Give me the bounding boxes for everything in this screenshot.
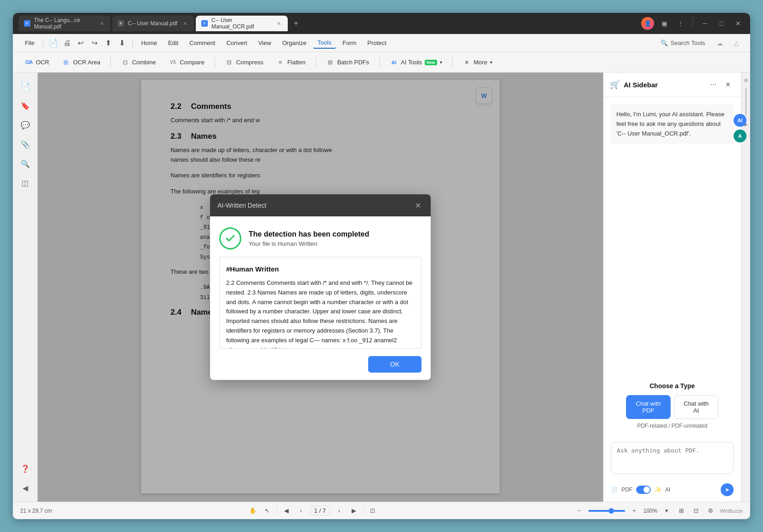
ai-badge: New bbox=[425, 60, 437, 65]
sidebar-icon-attachment[interactable]: 📎 bbox=[17, 136, 34, 153]
batch-pdfs-label: Batch PDFs bbox=[337, 59, 369, 66]
tool-ocr-area[interactable]: ⊞ OCR Area bbox=[57, 56, 105, 69]
doc-icon[interactable]: 📄 bbox=[47, 37, 60, 50]
right-scrollbar[interactable] bbox=[745, 88, 747, 116]
combine-label: Combine bbox=[132, 59, 156, 66]
menu-separator-2 bbox=[132, 39, 133, 48]
status-sep-2 bbox=[363, 507, 364, 515]
sidebar-icon-page[interactable]: 📄 bbox=[17, 78, 34, 95]
chat-type-buttons: Chat withPDF Chat withAI bbox=[611, 395, 734, 419]
tab-3[interactable]: F C-- User Manual_OCR.pdf ✕ bbox=[196, 16, 288, 31]
chat-type-desc: PDF-related / PDF-unrelated bbox=[611, 423, 734, 429]
chat-with-ai-btn[interactable]: Chat withAI bbox=[674, 395, 718, 419]
sidebar-icon-search[interactable]: 🔍 bbox=[17, 155, 34, 172]
sidebar-icon-bookmark[interactable]: 🔖 bbox=[17, 97, 34, 114]
tool-combine[interactable]: ⊡ Combine bbox=[116, 56, 160, 69]
modal-close-btn[interactable]: ✕ bbox=[412, 200, 423, 211]
ai-circle-ai[interactable]: AI bbox=[734, 114, 746, 127]
tool-ai-tools[interactable]: AI AI Tools New ▾ bbox=[385, 56, 447, 69]
collapse-icon[interactable]: △ bbox=[730, 37, 743, 50]
ai-tools-chevron: ▾ bbox=[440, 60, 442, 65]
print-icon[interactable]: 🖨 bbox=[61, 37, 74, 50]
sidebar-icon-collapse[interactable]: ◀ bbox=[17, 480, 34, 496]
menu-item-convert[interactable]: Convert bbox=[222, 38, 252, 48]
zoom-out-btn[interactable]: − bbox=[574, 505, 585, 516]
close-btn[interactable]: ✕ bbox=[732, 17, 745, 30]
tab-2-close[interactable]: ✕ bbox=[181, 20, 188, 27]
menu-item-comment[interactable]: Comment bbox=[185, 38, 220, 48]
page-indicator[interactable]: 1 / 7 bbox=[310, 506, 330, 515]
tool-compare[interactable]: VS Compare bbox=[164, 56, 209, 69]
browser-menu-btn[interactable]: ▣ bbox=[658, 17, 671, 30]
content-box[interactable]: #Human Written 2.2 Comments Comments sta… bbox=[219, 257, 421, 349]
pdf-content-area[interactable]: W 2.2 Comments Comments start with /* an… bbox=[38, 73, 603, 502]
download-icon[interactable]: ⬇ bbox=[116, 37, 129, 50]
nav-fit-page[interactable]: ⊡ bbox=[367, 505, 378, 516]
compare-label: Compare bbox=[180, 59, 204, 66]
chat-with-pdf-btn[interactable]: Chat withPDF bbox=[626, 395, 670, 419]
tool-compress[interactable]: ⊟ Compress bbox=[221, 56, 268, 69]
ai-input-field[interactable] bbox=[611, 442, 734, 474]
fullscreen-btn[interactable]: ⊡ bbox=[690, 505, 701, 516]
tab-1[interactable]: F The C-- Langu...ce Manual.pdf ✕ bbox=[18, 16, 110, 31]
cart-icon: 🛒 bbox=[610, 79, 620, 90]
redo-icon[interactable]: ↪ bbox=[88, 37, 101, 50]
menu-item-file[interactable]: File bbox=[20, 38, 39, 48]
ai-settings-icon[interactable]: ⋯ bbox=[707, 78, 720, 91]
menu-item-protect[interactable]: Protect bbox=[363, 38, 391, 48]
sidebar-icon-help[interactable]: ❓ bbox=[17, 460, 34, 477]
tab-1-close[interactable]: ✕ bbox=[99, 20, 105, 27]
minimize-btn[interactable]: ─ bbox=[699, 17, 712, 30]
ok-button[interactable]: OK bbox=[368, 356, 421, 373]
fit-width-btn[interactable]: ⊞ bbox=[676, 505, 687, 516]
right-panel-icon-1[interactable]: ⊞ bbox=[742, 76, 750, 84]
ai-input-options: 📄 PDF ✨ AI bbox=[611, 486, 670, 494]
cloud-icon[interactable]: ☁ bbox=[713, 37, 726, 50]
ai-sidebar-title: AI Sidebar bbox=[624, 81, 703, 89]
nav-last-page[interactable]: ▶ bbox=[348, 505, 359, 516]
compress-label: Compress bbox=[236, 59, 263, 66]
undo-icon[interactable]: ↩ bbox=[74, 37, 87, 50]
menu-item-form[interactable]: Form bbox=[338, 38, 361, 48]
nav-hand-tool[interactable]: ✋ bbox=[247, 505, 258, 516]
zoom-slider[interactable] bbox=[588, 510, 625, 512]
share-icon[interactable]: ⬆ bbox=[102, 37, 115, 50]
modal-header: AI-Written Detect ✕ bbox=[210, 194, 431, 216]
nav-select-tool[interactable]: ↖ bbox=[262, 505, 273, 516]
pdf-toggle[interactable] bbox=[636, 486, 651, 494]
nav-first-page[interactable]: ◀ bbox=[281, 505, 292, 516]
tool-batch-pdfs[interactable]: ⊞ Batch PDFs bbox=[322, 56, 374, 69]
main-area: 📄 🔖 💬 📎 🔍 ◫ ❓ ◀ W 2.2 Comments bbox=[13, 73, 750, 502]
nav-prev-page[interactable]: ‹ bbox=[296, 505, 307, 516]
sidebar-icon-layers[interactable]: ◫ bbox=[17, 175, 34, 191]
send-button[interactable]: ➤ bbox=[721, 483, 734, 496]
ocr-icon: ⊡A bbox=[25, 58, 33, 67]
tab-2[interactable]: F C-- User Manual.pdf ✕ bbox=[112, 16, 194, 31]
status-bar-right: − + 100% ▾ ⊞ ⊡ ⚙ WinBuzze bbox=[574, 505, 743, 516]
settings-wheel[interactable]: ⚙ bbox=[705, 505, 716, 516]
menu-item-home[interactable]: Home bbox=[137, 38, 162, 48]
nav-next-page[interactable]: › bbox=[334, 505, 345, 516]
combine-icon: ⊡ bbox=[121, 58, 129, 67]
tool-ocr[interactable]: ⊡A OCR bbox=[20, 56, 54, 69]
more-options-btn[interactable]: ⋮ bbox=[674, 17, 687, 30]
new-tab-button[interactable]: + bbox=[290, 17, 302, 30]
zoom-in-btn[interactable]: + bbox=[629, 505, 640, 516]
ai-circle-a[interactable]: A bbox=[734, 130, 746, 142]
toolbar: ⊡A OCR ⊞ OCR Area ⊡ Combine VS Compare ⊟… bbox=[13, 52, 750, 73]
zoom-dropdown[interactable]: ▾ bbox=[661, 505, 672, 516]
menu-item-organize[interactable]: Organize bbox=[278, 38, 311, 48]
lumi-message: Hello, I'm Lumi, your AI assistant. Plea… bbox=[611, 104, 734, 144]
tab-3-close[interactable]: ✕ bbox=[275, 20, 282, 27]
menu-item-view[interactable]: View bbox=[254, 38, 276, 48]
menu-item-tools[interactable]: Tools bbox=[313, 37, 336, 49]
profile-avatar-btn[interactable]: 👤 bbox=[641, 17, 654, 30]
menu-item-edit[interactable]: Edit bbox=[164, 38, 183, 48]
modal-footer: OK bbox=[210, 349, 431, 380]
sidebar-icon-comment[interactable]: 💬 bbox=[17, 117, 34, 133]
tool-flatten[interactable]: ≡ Flatten bbox=[272, 56, 310, 69]
tool-more[interactable]: ≡ More ▾ bbox=[458, 56, 497, 69]
ai-close-icon[interactable]: ✕ bbox=[722, 78, 735, 91]
search-tools-btn[interactable]: 🔍 Search Tools bbox=[656, 38, 710, 48]
maximize-btn[interactable]: □ bbox=[715, 17, 728, 30]
